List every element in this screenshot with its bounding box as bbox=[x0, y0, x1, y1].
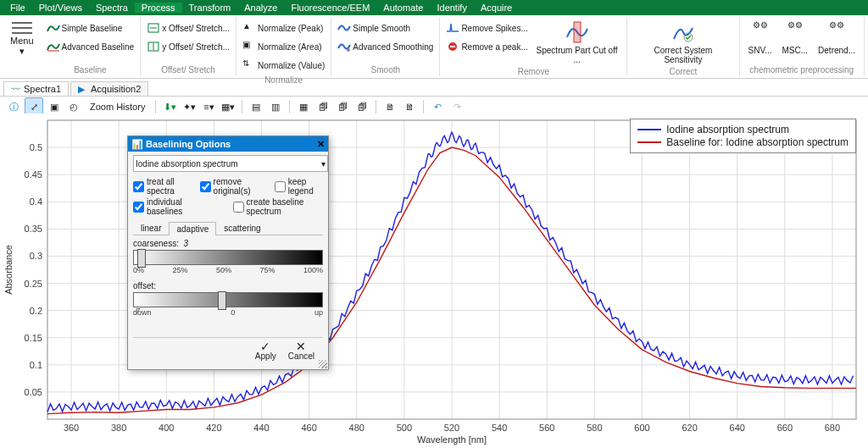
keep-legend-checkbox[interactable]: keep legend bbox=[275, 177, 323, 196]
svg-text:600: 600 bbox=[634, 423, 649, 433]
y-offset-button[interactable]: y Offset/ Stretch... bbox=[144, 40, 232, 53]
svg-text:440: 440 bbox=[253, 423, 269, 433]
baseline-adv-icon bbox=[47, 40, 60, 53]
normalize-value-button[interactable]: ⇅Normalize (Value) bbox=[240, 58, 327, 72]
dialog-icon: 📊 bbox=[131, 139, 143, 150]
group-label-correct: Correct bbox=[631, 66, 735, 76]
individual-baselines-checkbox[interactable]: individual baselines bbox=[133, 197, 206, 216]
normalize-peak-button[interactable]: ▲Normalize (Peak) bbox=[240, 21, 326, 35]
treat-all-checkbox[interactable]: treat all spectra bbox=[133, 177, 192, 196]
msc-button[interactable]: ⚙⚙MSC... bbox=[777, 19, 814, 57]
spectrum-part-cut-button[interactable]: Spectrum Part Cut off ... bbox=[531, 19, 624, 66]
app-menu-label: Menu bbox=[10, 36, 34, 46]
coarseness-slider[interactable] bbox=[133, 250, 323, 265]
dialog-tabs: linearadaptivescattering bbox=[133, 221, 323, 235]
dialog-tab-adaptive[interactable]: adaptive bbox=[169, 222, 216, 235]
tool-16[interactable]: 🗎 bbox=[401, 98, 418, 115]
cancel-button[interactable]: ✕Cancel bbox=[288, 341, 314, 361]
group-label-offset: Offset/ Stretch bbox=[144, 64, 232, 75]
menu-acquire[interactable]: Acquire bbox=[474, 3, 519, 13]
menu-transform[interactable]: Transform bbox=[182, 3, 238, 13]
menu-fluorescenceeem[interactable]: Fluorescence/EEM bbox=[284, 3, 376, 13]
svg-text:0.4: 0.4 bbox=[30, 196, 42, 207]
svg-text:680: 680 bbox=[825, 423, 840, 433]
menu-process[interactable]: Process bbox=[135, 3, 182, 13]
svg-text:500: 500 bbox=[397, 423, 412, 433]
tool-12[interactable]: 🗐 bbox=[314, 98, 331, 115]
svg-text:420: 420 bbox=[206, 423, 221, 433]
x-offset-button[interactable]: x Offset/ Stretch... bbox=[144, 21, 232, 35]
x-icon: ✕ bbox=[296, 341, 306, 351]
snv-button[interactable]: ⚙⚙SNV... bbox=[743, 19, 777, 57]
menu-file[interactable]: File bbox=[3, 3, 32, 13]
menu-automate[interactable]: Automate bbox=[376, 3, 430, 13]
tool-15[interactable]: 🗎 bbox=[381, 98, 398, 115]
tool-8[interactable]: ▦▾ bbox=[220, 98, 236, 115]
doc-tab-spectra1[interactable]: 〰Spectra1 bbox=[3, 81, 69, 96]
tool-11[interactable]: ▦ bbox=[295, 98, 312, 115]
remove-peak-button[interactable]: Remove a peak... bbox=[443, 40, 530, 53]
svg-text:Wavelength [nm]: Wavelength [nm] bbox=[417, 434, 487, 445]
legend-entry[interactable]: Iodine absorption spectrum bbox=[637, 124, 849, 136]
gear-icon: ⚙⚙ bbox=[748, 20, 772, 44]
menu-analyze[interactable]: Analyze bbox=[237, 3, 284, 13]
detrend-button[interactable]: ⚙⚙Detrend... bbox=[813, 19, 860, 57]
svg-text:480: 480 bbox=[349, 423, 364, 433]
document-tabs: 〰Spectra1▶Acquisition2 bbox=[0, 79, 868, 97]
gear-icon: ⚙⚙ bbox=[783, 20, 807, 44]
remove-original-checkbox[interactable]: remove original(s) bbox=[200, 177, 266, 196]
group-label-baseline: Baseline bbox=[44, 64, 137, 75]
svg-text:400: 400 bbox=[159, 423, 174, 433]
correct-sensitivity-button[interactable]: Correct System Sensitivity bbox=[631, 19, 735, 66]
remove-spikes-button[interactable]: Remove Spikes... bbox=[443, 21, 530, 35]
tool-10[interactable]: ▥ bbox=[267, 98, 284, 115]
tool-6[interactable]: ✦▾ bbox=[181, 98, 198, 115]
simple-baseline-button[interactable]: Simple Baseline bbox=[44, 21, 125, 35]
svg-text:0.2: 0.2 bbox=[30, 306, 42, 316]
play-icon: ▶ bbox=[78, 84, 88, 94]
dialog-title: Baselining Options bbox=[146, 139, 231, 149]
zoom-history-button[interactable]: Zoom History bbox=[85, 102, 150, 112]
cut-icon bbox=[565, 20, 589, 44]
x-offset-icon bbox=[147, 21, 160, 35]
norm-peak-icon: ▲ bbox=[242, 21, 256, 35]
spectrum-dropdown[interactable]: Iodine absorption spectrum▾ bbox=[133, 155, 328, 172]
svg-rect-5 bbox=[574, 22, 581, 42]
legend[interactable]: Iodine absorption spectrumBaseline for: … bbox=[630, 119, 856, 153]
dialog-titlebar[interactable]: 📊Baselining Options ✕ bbox=[128, 136, 328, 152]
info-icon[interactable]: ⓘ bbox=[5, 98, 22, 115]
dialog-tab-linear[interactable]: linear bbox=[133, 221, 169, 235]
undo-icon[interactable]: ↶ bbox=[429, 98, 446, 115]
simple-smooth-button[interactable]: Simple Smooth bbox=[335, 21, 413, 35]
apply-button[interactable]: ✓Apply bbox=[255, 341, 276, 361]
svg-text:460: 460 bbox=[301, 423, 316, 433]
resize-grip[interactable] bbox=[319, 360, 327, 368]
chevron-down-icon: ▾ bbox=[19, 46, 25, 57]
close-icon[interactable]: ✕ bbox=[317, 139, 325, 150]
svg-text:0.45: 0.45 bbox=[25, 169, 42, 180]
dialog-tab-scattering[interactable]: scattering bbox=[216, 221, 268, 235]
clock-icon[interactable]: ◴ bbox=[65, 98, 82, 115]
legend-entry[interactable]: Baseline for: Iodine absorption spectrum bbox=[637, 136, 849, 148]
advanced-baseline-button[interactable]: Advanced Baseline bbox=[44, 40, 137, 53]
svg-text:660: 660 bbox=[777, 423, 793, 433]
tool-14[interactable]: 🗐 bbox=[353, 98, 370, 115]
menu-identify[interactable]: Identify bbox=[430, 3, 473, 13]
menu-plotviews[interactable]: Plot/Views bbox=[32, 3, 89, 13]
ribbon: Menu ▾ Simple Baseline Advanced Baseline… bbox=[0, 15, 868, 79]
offset-slider[interactable] bbox=[133, 292, 323, 307]
menu-spectra[interactable]: Spectra bbox=[89, 3, 135, 13]
svg-text:620: 620 bbox=[682, 423, 697, 433]
advanced-smooth-button[interactable]: Advanced Smoothing bbox=[335, 40, 436, 53]
tool-9[interactable]: ▤ bbox=[248, 98, 264, 115]
smooth-icon bbox=[337, 21, 351, 35]
redo-icon[interactable]: ↷ bbox=[448, 98, 465, 115]
doc-tab-acquisition2[interactable]: ▶Acquisition2 bbox=[70, 81, 148, 96]
create-baseline-checkbox[interactable]: create baseline spectrum bbox=[233, 197, 323, 216]
tool-5[interactable]: ⬇▾ bbox=[161, 98, 178, 115]
zoom-full-icon[interactable]: ▣ bbox=[46, 98, 63, 115]
normalize-area-button[interactable]: ▣Normalize (Area) bbox=[240, 40, 325, 53]
app-menu-button[interactable]: Menu ▾ bbox=[3, 17, 41, 76]
tool-13[interactable]: 🗐 bbox=[334, 98, 351, 115]
tool-7[interactable]: ≡▾ bbox=[200, 98, 217, 115]
